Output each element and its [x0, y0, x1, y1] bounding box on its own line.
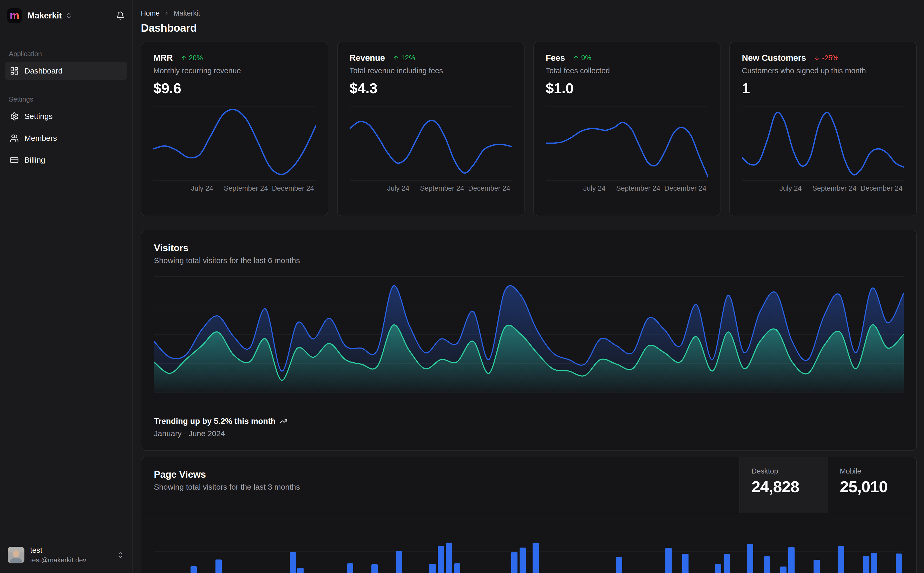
x-axis-labels: July 24 September 24 December 24 — [546, 185, 708, 193]
page-views-title: Page Views — [154, 469, 727, 480]
bar — [438, 546, 444, 573]
makerkit-logo: m — [7, 8, 22, 23]
bar — [896, 554, 902, 573]
visitors-area-chart — [154, 276, 904, 393]
bar — [190, 566, 197, 573]
stat-card-new-customers: New Customers -25% Customers who signed … — [729, 42, 917, 216]
stat-description: Customers who signed up this month — [742, 66, 904, 75]
stat-value: $4.3 — [350, 80, 512, 97]
page-views-header: Page Views Showing total visitors for th… — [141, 457, 916, 513]
user-menu-trigger[interactable]: test test@makerkit.dev — [5, 543, 127, 567]
bar — [347, 564, 353, 573]
dashboard-grid-icon — [10, 66, 19, 75]
gear-icon — [10, 112, 19, 121]
bar — [715, 564, 721, 573]
stat-card-revenue: Revenue 12% Total revenue including fees… — [337, 42, 524, 216]
sidebar-item-label: Billing — [24, 156, 45, 164]
stat-title: MRR — [153, 53, 173, 63]
brand-name: Makerkit — [28, 11, 62, 20]
sidebar-item-billing[interactable]: Billing — [5, 151, 127, 169]
bar — [290, 552, 296, 573]
x-axis-labels: July 24 September 24 December 24 — [153, 185, 316, 193]
bar — [788, 547, 795, 573]
user-email: test@makerkit.dev — [30, 556, 86, 564]
sidebar: m Makerkit Application Dashboard Setting… — [0, 0, 133, 573]
stat-description: Total revenue including fees — [350, 66, 512, 75]
trend-badge: 9% — [573, 54, 591, 62]
main-content: Home Makerkit Dashboard MRR 20% Monthly … — [133, 0, 924, 573]
arrow-up-icon — [393, 55, 399, 61]
trend-badge: 12% — [393, 54, 415, 62]
chevron-right-icon — [164, 10, 169, 16]
new-customers-sparkline-chart — [742, 105, 904, 181]
bar — [747, 544, 753, 573]
bar — [446, 543, 452, 573]
bar — [780, 567, 786, 573]
bar — [871, 553, 877, 573]
breadcrumb: Home Makerkit — [141, 9, 917, 18]
page-views-subtitle: Showing total visitors for the last 3 mo… — [154, 482, 727, 492]
avatar — [8, 547, 24, 564]
bar — [682, 554, 689, 573]
bar — [764, 556, 770, 573]
users-icon — [10, 134, 19, 142]
page-views-card: Page Views Showing total visitors for th… — [141, 457, 917, 573]
bar — [396, 551, 402, 573]
breadcrumb-current: Makerkit — [174, 9, 200, 17]
logo-letter: m — [9, 10, 19, 21]
chevrons-up-down-icon[interactable] — [66, 12, 72, 19]
nav-group-application: Application — [9, 50, 123, 58]
page-views-bar-chart — [154, 513, 903, 573]
stat-card-mrr: MRR 20% Monthly recurring revenue $9.6 J… — [141, 42, 328, 216]
breadcrumb-home-link[interactable]: Home — [141, 9, 160, 17]
stat-description: Monthly recurring revenue — [153, 66, 316, 75]
arrow-up-icon — [573, 55, 579, 61]
visitors-trend: Trending up by 5.2% this month — [154, 416, 904, 426]
mrr-sparkline-chart — [153, 105, 316, 181]
nav-group-settings: Settings — [9, 96, 123, 103]
bar — [372, 564, 378, 573]
stat-cards-row: MRR 20% Monthly recurring revenue $9.6 J… — [141, 42, 917, 216]
bar — [814, 560, 820, 573]
visitors-card: Visitors Showing total visitors for the … — [141, 230, 917, 451]
user-name: test — [30, 546, 86, 554]
sidebar-item-settings[interactable]: Settings — [5, 108, 127, 125]
sidebar-item-label: Dashboard — [24, 66, 63, 75]
trend-badge: 20% — [180, 54, 203, 62]
sidebar-item-label: Members — [24, 134, 57, 142]
bar — [616, 557, 622, 573]
bar — [838, 546, 844, 573]
arrow-down-icon — [814, 55, 820, 61]
arrow-up-icon — [180, 55, 187, 61]
bar — [519, 548, 526, 573]
stat-title: Revenue — [350, 53, 385, 63]
sidebar-item-members[interactable]: Members — [5, 129, 127, 147]
bell-icon[interactable] — [116, 11, 125, 20]
toggle-value: 25,010 — [840, 478, 905, 496]
workspace-selector[interactable]: m Makerkit — [5, 6, 127, 25]
stat-value: $1.0 — [546, 80, 708, 97]
visitors-title: Visitors — [154, 243, 904, 254]
stat-title: New Customers — [742, 53, 806, 63]
toggle-label: Mobile — [840, 467, 905, 475]
stat-card-fees: Fees 9% Total fees collected $1.0 July 2… — [533, 42, 721, 216]
stat-value: 1 — [742, 80, 904, 97]
sidebar-item-label: Settings — [24, 112, 52, 121]
bar — [429, 564, 436, 573]
visitors-period: January - June 2024 — [154, 429, 904, 438]
stat-description: Total fees collected — [546, 66, 708, 75]
stat-value: $9.6 — [153, 80, 316, 97]
trend-badge: -25% — [814, 54, 838, 62]
credit-card-icon — [10, 156, 19, 164]
bar — [723, 554, 730, 573]
fees-sparkline-chart — [546, 105, 708, 181]
sidebar-item-dashboard[interactable]: Dashboard — [5, 62, 127, 80]
chevrons-up-down-icon — [117, 551, 124, 559]
toggle-desktop[interactable]: Desktop 24,828 — [739, 457, 828, 513]
toggle-mobile[interactable]: Mobile 25,010 — [828, 457, 916, 513]
visitors-subtitle: Showing total visitors for the last 6 mo… — [154, 256, 904, 265]
x-axis-labels: July 24 September 24 December 24 — [742, 185, 904, 193]
revenue-sparkline-chart — [350, 105, 512, 181]
bar — [454, 564, 460, 573]
bar — [297, 568, 304, 573]
